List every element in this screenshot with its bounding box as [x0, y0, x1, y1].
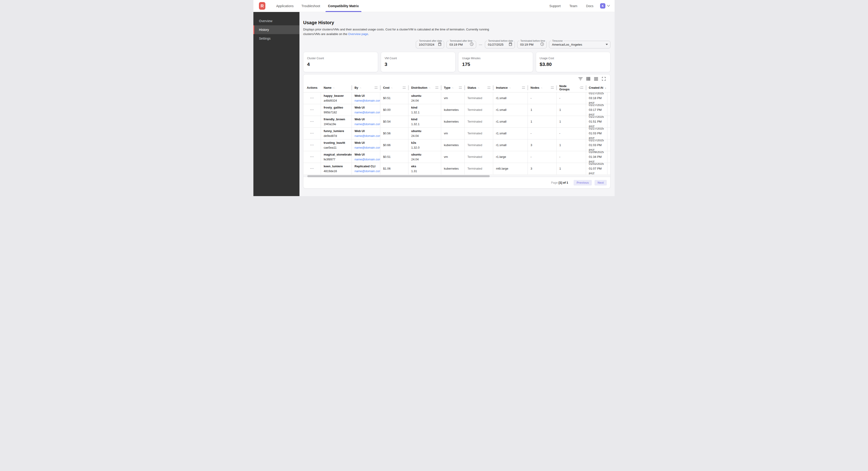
terminated-after-date-field[interactable]: Terminated after date 10/27/2024	[416, 41, 444, 49]
column-header-node-groups[interactable]: Node Groups↑↓	[557, 83, 586, 92]
sort-icon[interactable]: ↑↓	[477, 86, 479, 89]
column-menu-icon[interactable]	[522, 87, 525, 89]
terminated-after-time-field[interactable]: Terminated after time 03:19 PM	[446, 41, 476, 49]
instance-cell: r1.large	[493, 151, 528, 163]
row-actions-button[interactable]	[303, 151, 321, 163]
field-value: 03:19 PM	[450, 43, 463, 46]
timezone-select[interactable]: Timezone America/Los_Angeles	[549, 41, 611, 49]
clock-icon[interactable]	[470, 42, 474, 47]
tab-compatibility-matrix[interactable]: Compatibility Matrix	[324, 0, 363, 12]
row-actions-button[interactable]	[303, 116, 321, 127]
column-header-by[interactable]: By↑↓	[352, 83, 380, 92]
name-cell: friendly_brown1f40a19e	[321, 116, 352, 127]
sort-desc-icon[interactable]: ↓	[605, 86, 607, 89]
chevron-down-icon[interactable]	[607, 5, 610, 7]
column-header-created-at[interactable]: Created At↓	[586, 83, 608, 92]
stat-label: VM Count	[385, 57, 452, 60]
creator-email-link[interactable]: name@domain.com	[354, 98, 378, 103]
table-row: funny_lumierede9ed87d Web UIname@domain.…	[303, 128, 610, 139]
avatar[interactable]: K	[600, 3, 606, 8]
creator-email-link[interactable]: name@domain.com	[354, 122, 378, 127]
overview-page-link[interactable]: Overview page	[348, 32, 368, 36]
column-menu-icon[interactable]	[488, 87, 490, 89]
sort-icon[interactable]: ↑↓	[452, 86, 453, 89]
calendar-icon[interactable]	[438, 42, 442, 47]
type-cell: vm	[441, 151, 465, 163]
link-team[interactable]: Team	[565, 4, 582, 8]
sidebar-item-overview[interactable]: Overview	[253, 17, 300, 25]
filter-icon[interactable]	[579, 78, 583, 81]
column-menu-icon[interactable]	[435, 87, 438, 89]
tab-applications[interactable]: Applications	[272, 0, 298, 12]
column-menu-icon[interactable]	[459, 87, 462, 89]
column-menu-icon[interactable]	[551, 87, 554, 89]
field-label: Terminated after date	[418, 39, 443, 42]
table-header: Actions Name↑↓ By↑↓ Cost↑↓ Distribution↑…	[303, 83, 610, 92]
link-support[interactable]: Support	[545, 4, 565, 8]
creator-email-link[interactable]: name@domain.com	[354, 169, 378, 174]
column-menu-icon[interactable]	[403, 87, 406, 89]
cost-cell: $0.00	[380, 104, 408, 116]
status-cell: Terminated	[465, 92, 493, 104]
instance-cell: r1.small	[493, 116, 528, 127]
cost-cell: $1.06	[380, 163, 408, 174]
cost-cell: $0.51	[380, 151, 408, 163]
sort-icon[interactable]: ↑↓	[429, 86, 430, 89]
cluster-id: 4819de16	[324, 169, 350, 174]
sidebar-item-history[interactable]: History	[253, 25, 300, 34]
creator-email-link[interactable]: name@domain.com	[354, 157, 378, 162]
creator-email-link[interactable]: name@domain.com	[354, 145, 378, 150]
column-menu-icon[interactable]	[375, 87, 378, 89]
previous-page-button[interactable]: Previous	[574, 180, 592, 185]
column-header-name[interactable]: Name↑↓	[321, 83, 352, 92]
calendar-icon[interactable]	[509, 42, 512, 47]
status-cell: Terminated	[465, 151, 493, 163]
column-header-type[interactable]: Type↑↓	[441, 83, 465, 92]
sidebar: Overview History Settings	[253, 12, 300, 196]
link-docs[interactable]: Docs	[582, 4, 598, 8]
name-cell: funny_lumierede9ed87d	[321, 128, 352, 139]
sort-icon[interactable]: ↑↓	[391, 86, 392, 89]
row-actions-button[interactable]	[303, 163, 321, 174]
column-menu-icon[interactable]	[580, 87, 583, 89]
row-actions-button[interactable]	[303, 104, 321, 116]
column-label: Actions	[307, 86, 317, 89]
primary-nav: Applications Troubleshoot Compatibility …	[272, 0, 363, 12]
column-header-cost[interactable]: Cost↑↓	[380, 83, 408, 92]
column-header-instance[interactable]: Instance↑↓	[493, 83, 528, 92]
row-actions-button[interactable]	[303, 139, 321, 151]
stat-value: 4	[307, 61, 374, 67]
replicated-logo[interactable]: R	[259, 2, 266, 10]
type-cell: vm	[441, 92, 465, 104]
table-toolbar	[303, 75, 610, 83]
sort-icon[interactable]: ↑↓	[541, 86, 542, 89]
stat-label: Cluster Count	[307, 57, 374, 60]
column-header-status[interactable]: Status↑↓	[465, 83, 493, 92]
sort-icon[interactable]: ↑↓	[333, 86, 334, 89]
row-actions-button[interactable]	[303, 92, 321, 104]
by-cell: Web UIname@domain.com	[352, 116, 380, 127]
stat-card-vm-count: VM Count 3	[381, 52, 456, 72]
scrollbar-thumb[interactable]	[307, 175, 490, 177]
distribution-cell: ubuntu24.04	[408, 151, 441, 163]
density-icon[interactable]	[594, 77, 598, 81]
terminated-before-time-field[interactable]: Terminated before time 03:19 PM	[517, 41, 547, 49]
tab-troubleshoot[interactable]: Troubleshoot	[298, 0, 324, 12]
stat-value: $3.80	[540, 61, 607, 67]
columns-icon[interactable]	[587, 77, 590, 81]
table-row: frosty_galileo995b7182 Web UIname@domain…	[303, 104, 610, 116]
sidebar-item-settings[interactable]: Settings	[253, 34, 300, 43]
fullscreen-icon[interactable]	[602, 77, 606, 81]
terminated-before-date-field[interactable]: Terminated before date 01/27/2025	[485, 41, 515, 49]
sort-icon[interactable]: ↑↓	[509, 86, 510, 89]
page-value: [1] of 1	[559, 181, 568, 184]
creator-email-link[interactable]: name@domain.com	[354, 110, 378, 115]
column-header-nodes[interactable]: Nodes↑↓	[528, 83, 557, 92]
column-header-distribution[interactable]: Distribution↑↓	[408, 83, 441, 92]
table-row: keen_lumiere4819de16 Replicated CLIname@…	[303, 163, 610, 175]
sort-icon[interactable]: ↑↓	[360, 86, 361, 89]
creator-email-link[interactable]: name@domain.com	[354, 134, 378, 139]
row-actions-button[interactable]	[303, 128, 321, 139]
next-page-button[interactable]: Next	[595, 180, 607, 185]
clock-icon[interactable]	[540, 42, 544, 47]
